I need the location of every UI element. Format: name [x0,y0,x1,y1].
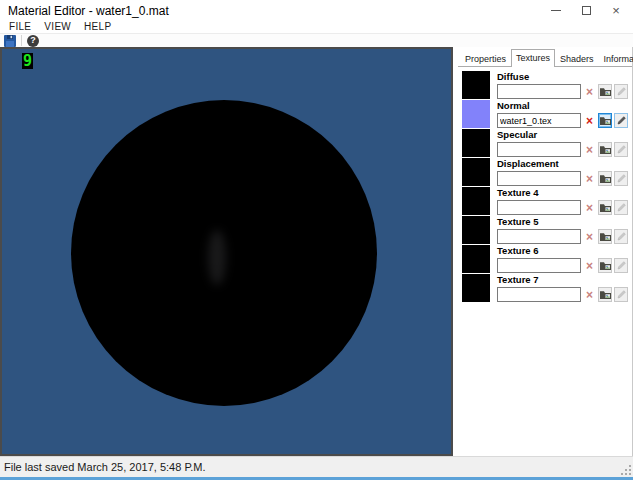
browse-texture-button[interactable] [598,142,612,157]
texture-slot-label: Normal [497,100,628,112]
status-bar: File last saved March 25, 2017, 5:48 P.M… [0,456,633,477]
pencil-icon [616,144,627,155]
clear-texture-button[interactable]: × [583,113,596,128]
clear-texture-button[interactable]: × [583,229,596,244]
texture-slot-controls: × [497,84,628,99]
red-x-icon: × [586,114,593,128]
menu-file[interactable]: FILE [9,21,31,32]
texture-path-input[interactable] [497,84,581,99]
edit-texture-button[interactable] [614,113,628,128]
texture-slot-row: Displacement × [462,158,632,186]
edit-texture-button[interactable] [614,171,628,186]
tab-shaders[interactable]: Shaders [555,50,599,66]
red-x-icon: × [586,259,593,273]
pencil-icon [616,115,627,126]
red-x-icon: × [586,85,593,99]
texture-swatch[interactable] [462,216,490,244]
tab-properties[interactable]: Properties [460,50,511,66]
texture-path-input[interactable] [497,142,581,157]
maximize-icon [582,6,591,15]
toolbar: ? [0,33,633,47]
edit-texture-button[interactable] [614,229,628,244]
material-panel: Properties Textures Shaders Information … [458,47,632,456]
folder-image-icon [600,87,611,97]
red-x-icon: × [586,201,593,215]
folder-image-icon [600,290,611,300]
texture-slot-main: Specular × [497,129,628,157]
texture-slot-main: Texture 7 × [497,274,628,302]
folder-image-icon [600,116,611,126]
help-button[interactable]: ? [25,34,41,47]
tab-textures[interactable]: Textures [511,49,555,67]
maximize-button[interactable] [571,0,601,20]
save-button[interactable] [2,34,18,47]
texture-slot-controls: × [497,258,628,273]
browse-texture-button[interactable] [598,113,612,128]
title-bar[interactable]: Material Editor - water1_0.mat × [0,0,633,20]
browse-texture-button[interactable] [598,84,612,99]
browse-texture-button[interactable] [598,171,612,186]
texture-slot-main: Texture 4 × [497,187,628,215]
texture-slot-main: Diffuse × [497,71,628,99]
close-icon: × [612,4,620,17]
minimize-button[interactable] [541,0,571,20]
material-preview-viewport[interactable]: 9 [0,47,453,456]
clear-texture-button[interactable]: × [583,200,596,215]
browse-texture-button[interactable] [598,229,612,244]
edit-texture-button[interactable] [614,84,628,99]
texture-slot-row: Texture 5 × [462,216,632,244]
texture-slot-label: Diffuse [497,71,628,83]
minimize-icon [551,10,561,11]
texture-swatch[interactable] [462,245,490,273]
texture-slot-controls: × [497,287,628,302]
texture-slot-row: Normal × [462,100,632,128]
texture-swatch[interactable] [462,129,490,157]
texture-swatch[interactable] [462,187,490,215]
close-button[interactable]: × [601,0,631,20]
menu-view[interactable]: VIEW [44,21,71,32]
sphere-highlight [208,230,226,285]
folder-image-icon [600,203,611,213]
texture-swatch[interactable] [462,158,490,186]
menu-help[interactable]: HELP [84,21,111,32]
preview-sphere [71,100,377,406]
red-x-icon: × [586,172,593,186]
tab-information[interactable]: Information [599,50,633,66]
clear-texture-button[interactable]: × [583,171,596,186]
texture-slot-controls: × [497,113,628,128]
texture-path-input[interactable] [497,113,581,128]
clear-texture-button[interactable]: × [583,258,596,273]
texture-path-input[interactable] [497,258,581,273]
texture-swatch[interactable] [462,71,490,99]
texture-slot-row: Texture 6 × [462,245,632,273]
edit-texture-button[interactable] [614,287,628,302]
texture-path-input[interactable] [497,287,581,302]
browse-texture-button[interactable] [598,200,612,215]
edit-texture-button[interactable] [614,200,628,215]
texture-slot-main: Normal × [497,100,628,128]
texture-path-input[interactable] [497,229,581,244]
clear-texture-button[interactable]: × [583,287,596,302]
browse-texture-button[interactable] [598,287,612,302]
texture-swatch[interactable] [462,100,490,128]
browse-texture-button[interactable] [598,258,612,273]
edit-texture-button[interactable] [614,258,628,273]
texture-path-input[interactable] [497,171,581,186]
pencil-icon [616,173,627,184]
resize-grip-icon[interactable] [619,463,632,476]
red-x-icon: × [586,143,593,157]
clear-texture-button[interactable]: × [583,142,596,157]
texture-slot-row: Specular × [462,129,632,157]
texture-path-input[interactable] [497,200,581,215]
material-editor-window: Material Editor - water1_0.mat × FILE VI… [0,0,633,480]
texture-slot-label: Displacement [497,158,628,170]
texture-slot-label: Texture 7 [497,274,628,286]
clear-texture-button[interactable]: × [583,84,596,99]
save-floppy-icon [4,35,16,47]
fps-counter: 9 [22,53,33,69]
texture-slot-list: Diffuse × [458,67,632,302]
folder-image-icon [600,261,611,271]
texture-slot-main: Texture 5 × [497,216,628,244]
edit-texture-button[interactable] [614,142,628,157]
texture-swatch[interactable] [462,274,490,302]
